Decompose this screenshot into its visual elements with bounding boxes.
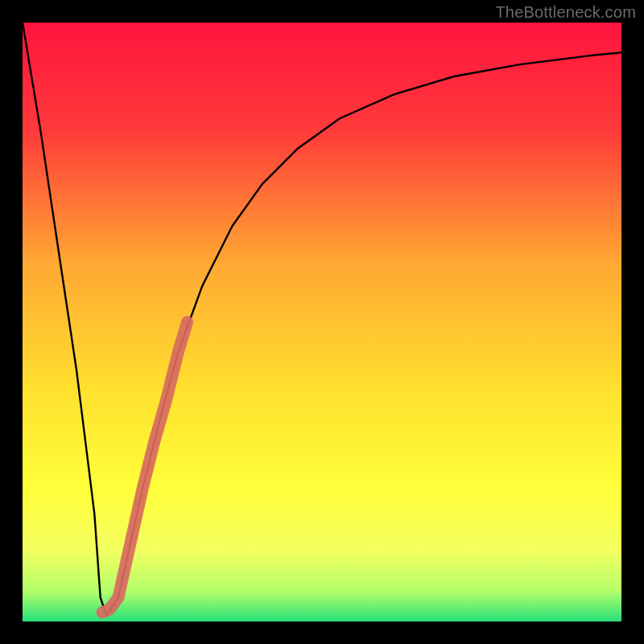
- plot-area: [23, 23, 621, 621]
- chart-frame: TheBottleneck.com: [0, 0, 644, 644]
- bottleneck-chart: [23, 23, 621, 621]
- attribution-label: TheBottleneck.com: [495, 3, 636, 22]
- gradient-background: [23, 23, 621, 621]
